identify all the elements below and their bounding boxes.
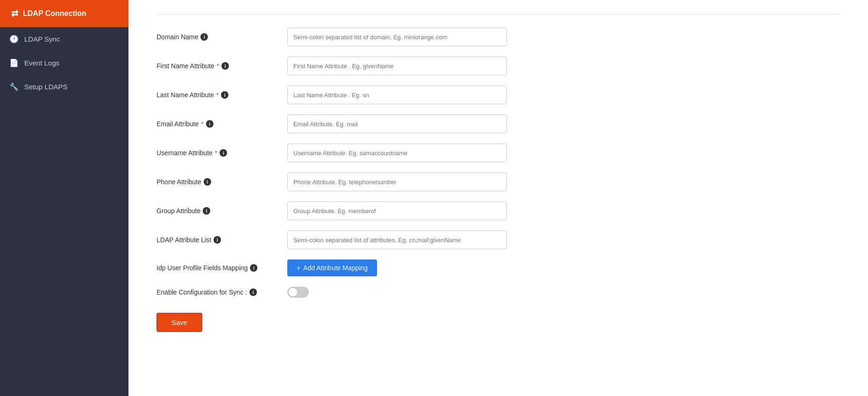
input-phone-attribute[interactable] [287,173,507,191]
form-row-domain-name: Domain Name i [157,28,840,46]
save-button-row: Save [157,308,840,332]
input-first-name-attribute[interactable] [287,57,507,75]
info-icon-idp-mapping[interactable]: i [250,264,257,272]
main-content: Domain Name i First Name Attribute* i La… [128,0,868,396]
label-email: Email Attribute* i [157,120,287,128]
input-email-attribute[interactable] [287,115,507,133]
input-username-attribute[interactable] [287,144,507,162]
info-icon-email[interactable]: i [206,120,213,128]
form-row-enable-sync: Enable Configuration for Sync : i [157,287,840,298]
input-domain-name[interactable] [287,28,507,46]
label-idp-mapping: Idp User Profile Fields Mapping i [157,264,287,272]
sidebar-header-label: LDAP Connection [23,9,86,18]
add-attribute-mapping-button[interactable]: + Add Attribute Mapping [287,259,377,276]
info-icon-first-name[interactable]: i [221,62,229,70]
form-row-email: Email Attribute* i [157,115,840,133]
wrench-icon: 🔧 [9,82,19,91]
info-icon-group[interactable]: i [203,207,210,215]
form-row-ldap-attribute-list: LDAP Attribute List i [157,230,840,249]
form-row-idp-mapping: Idp User Profile Fields Mapping i + Add … [157,259,840,276]
form-row-last-name: Last Name Attribute* i [157,86,840,104]
label-first-name: First Name Attribute* i [157,62,287,70]
label-enable-sync: Enable Configuration for Sync : i [157,288,287,296]
toggle-enable-sync[interactable] [287,287,309,298]
label-username: Username Attribute* i [157,149,287,157]
sidebar-header[interactable]: ⇄ LDAP Connection [0,0,128,27]
ldap-connection-icon: ⇄ [11,8,18,19]
info-icon-ldap-attribute-list[interactable]: i [213,236,221,244]
form-row-phone: Phone Attribute i [157,173,840,191]
add-attribute-mapping-label: Add Attribute Mapping [303,264,368,272]
sidebar: ⇄ LDAP Connection 🕐 LDAP Sync 📄 Event Lo… [0,0,128,396]
save-button[interactable]: Save [157,313,202,332]
input-group-attribute[interactable] [287,202,507,220]
save-button-label: Save [171,318,187,326]
info-icon-phone[interactable]: i [204,178,211,186]
document-icon: 📄 [9,58,19,67]
toggle-label-enable-sync[interactable] [287,287,309,298]
sidebar-item-event-logs[interactable]: 📄 Event Logs [0,51,128,75]
sidebar-item-ldap-sync[interactable]: 🕐 LDAP Sync [0,27,128,51]
sidebar-item-label-event-logs: Event Logs [24,59,59,67]
info-icon-enable-sync[interactable]: i [249,288,257,296]
plus-icon: + [297,264,300,272]
input-ldap-attribute-list[interactable] [287,230,507,249]
sidebar-item-label-ldap-sync: LDAP Sync [24,35,60,43]
clock-icon: 🕐 [9,35,19,43]
label-group: Group Attribute i [157,207,287,215]
form-row-username: Username Attribute* i [157,144,840,162]
sidebar-item-setup-ldaps[interactable]: 🔧 Setup LDAPS [0,75,128,99]
top-divider [157,14,840,14]
label-last-name: Last Name Attribute* i [157,91,287,99]
sidebar-item-label-setup-ldaps: Setup LDAPS [24,83,68,91]
info-icon-username[interactable]: i [220,149,227,157]
form-row-first-name: First Name Attribute* i [157,57,840,75]
label-phone: Phone Attribute i [157,178,287,186]
input-last-name-attribute[interactable] [287,86,507,104]
label-domain-name: Domain Name i [157,33,287,41]
form-row-group: Group Attribute i [157,202,840,220]
toggle-slider-enable-sync [287,287,309,298]
info-icon-domain-name[interactable]: i [200,33,208,41]
label-ldap-attribute-list: LDAP Attribute List i [157,236,287,244]
info-icon-last-name[interactable]: i [221,91,228,99]
